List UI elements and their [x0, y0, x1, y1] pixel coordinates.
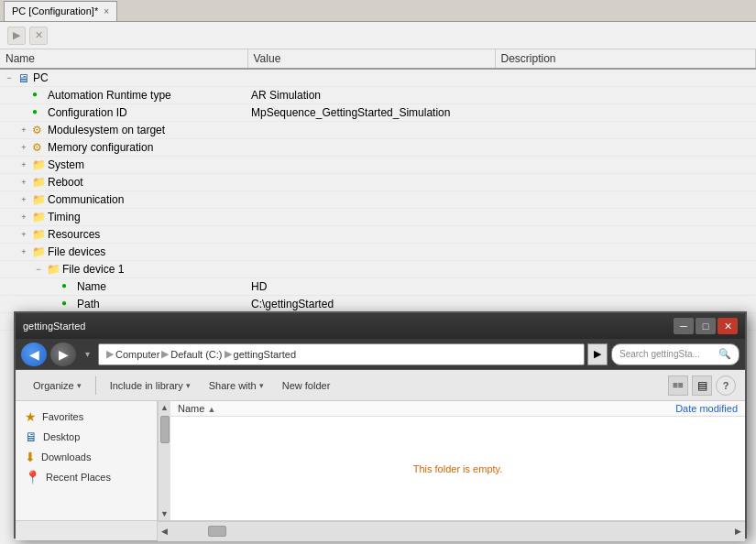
- star-icon: ★: [25, 409, 37, 424]
- row-name: File device 1: [62, 263, 124, 276]
- col-name[interactable]: Name ▲: [178, 403, 619, 414]
- delete-button[interactable]: ✕: [29, 27, 48, 45]
- scroll-down-arrow[interactable]: ▼: [159, 507, 170, 520]
- nav-dropdown-button[interactable]: ▾: [80, 343, 94, 366]
- back-button[interactable]: ◀: [21, 343, 47, 366]
- explorer-toolbar: Organize ▾ Include in library ▾ Share wi…: [16, 370, 745, 401]
- search-box[interactable]: Search gettingSta... 🔍: [611, 343, 740, 365]
- hscroll-right-arrow[interactable]: ▶: [731, 527, 745, 536]
- row-name: Resources: [48, 228, 100, 241]
- gear-icon: ⚙: [32, 124, 45, 136]
- minimize-button[interactable]: ─: [674, 318, 694, 334]
- hscroll-thumb[interactable]: [208, 526, 226, 537]
- explorer-statusbar: ◀ ▶: [16, 520, 745, 540]
- tab-label: PC [Configuration]*: [12, 5, 98, 16]
- share-label: Share with: [209, 380, 257, 391]
- maximize-button[interactable]: □: [696, 318, 716, 334]
- expand-icon[interactable]: +: [18, 246, 29, 257]
- expand-icon[interactable]: +: [18, 229, 29, 240]
- table-row[interactable]: + 📁 Reboot: [0, 174, 756, 191]
- include-library-button[interactable]: Include in library ▾: [102, 376, 199, 395]
- organize-button[interactable]: Organize ▾: [25, 376, 90, 395]
- gear-icon: ⚙: [32, 141, 45, 154]
- new-folder-button[interactable]: New folder: [274, 376, 339, 395]
- hscroll-left-arrow[interactable]: ◀: [158, 527, 171, 536]
- expand-icon[interactable]: +: [18, 212, 29, 223]
- folder-icon: 📁: [47, 263, 60, 276]
- share-with-button[interactable]: Share with ▾: [201, 376, 272, 395]
- hscroll-track[interactable]: [171, 522, 731, 541]
- add-button[interactable]: ▶: [7, 27, 26, 45]
- row-value: [247, 139, 495, 157]
- table-row[interactable]: ● Automation Runtime type AR Simulation: [0, 87, 756, 104]
- table-row[interactable]: − 📁 File device 1: [0, 261, 756, 278]
- row-desc: [495, 209, 756, 226]
- col-value-header[interactable]: Value: [247, 49, 495, 69]
- scroll-track[interactable]: [159, 414, 170, 507]
- folder-icon: 📁: [32, 158, 45, 171]
- col-name-header[interactable]: Name: [0, 49, 247, 69]
- desktop-icon: 🖥: [25, 430, 38, 444]
- expand-icon[interactable]: −: [33, 264, 44, 275]
- nav-item-desktop[interactable]: 🖥 Desktop: [16, 427, 157, 447]
- row-name: Name: [77, 280, 106, 293]
- expand-icon[interactable]: −: [4, 72, 15, 83]
- table-row[interactable]: ● Configuration ID MpSequence_GettingSta…: [0, 104, 756, 122]
- expand-icon[interactable]: +: [18, 159, 29, 170]
- table-row[interactable]: + 📁 Timing: [0, 209, 756, 226]
- address-bar: ◀ ▶ ▾ ▶ Computer ▶ Default (C:) ▶ gettin…: [16, 339, 745, 370]
- table-row[interactable]: − 🖥 PC: [0, 69, 756, 87]
- nav-scrollbar[interactable]: ▲ ▼: [158, 401, 170, 520]
- organize-dropdown-arrow: ▾: [77, 381, 82, 390]
- table-row[interactable]: ● Path C:\gettingStarted: [0, 296, 756, 313]
- row-desc: [495, 296, 756, 313]
- config-tab[interactable]: PC [Configuration]* ×: [4, 1, 117, 21]
- nav-item-recent-places[interactable]: 📍 Recent Places: [16, 467, 157, 487]
- horizontal-scrollbar[interactable]: ◀ ▶: [158, 521, 745, 541]
- expand-icon[interactable]: +: [18, 177, 29, 188]
- row-name: Configuration ID: [48, 106, 127, 119]
- toolbar-separator: [95, 376, 96, 395]
- view-details-button[interactable]: ≡≡: [668, 375, 688, 396]
- nav-item-downloads[interactable]: ⬇ Downloads: [16, 447, 157, 467]
- downloads-icon: ⬇: [25, 450, 36, 464]
- breadcrumb-folder: gettingStarted: [234, 349, 297, 360]
- table-row[interactable]: + 📁 Resources: [0, 226, 756, 244]
- forward-button[interactable]: ▶: [50, 343, 76, 366]
- table-row[interactable]: + 📁 System: [0, 157, 756, 174]
- search-icon: 🔍: [718, 348, 731, 360]
- expand-icon[interactable]: +: [18, 194, 29, 205]
- tab-close-button[interactable]: ×: [104, 6, 109, 16]
- dialog-title: gettingStarted: [23, 321, 86, 332]
- table-row[interactable]: ● Name HD: [0, 278, 756, 296]
- help-button[interactable]: ?: [716, 375, 736, 396]
- view-toggle-button[interactable]: ▤: [692, 375, 712, 396]
- expand-icon[interactable]: +: [18, 125, 29, 136]
- table-row[interactable]: + 📁 File devices: [0, 244, 756, 261]
- gear-icon: ●: [32, 106, 45, 119]
- table-row[interactable]: + 📁 Communication: [0, 191, 756, 209]
- nav-item-favorites[interactable]: ★ Favorites: [16, 407, 157, 427]
- row-name: Reboot: [48, 176, 83, 189]
- address-box[interactable]: ▶ Computer ▶ Default (C:) ▶ gettingStart…: [98, 343, 585, 365]
- sort-arrow: ▲: [207, 405, 215, 414]
- row-desc: [495, 122, 756, 139]
- table-row[interactable]: + ⚙ Memory configuration: [0, 139, 756, 157]
- row-desc: [495, 157, 756, 174]
- col-desc-header[interactable]: Description: [495, 49, 756, 69]
- row-value: [247, 209, 495, 226]
- scroll-up-arrow[interactable]: ▲: [159, 401, 170, 414]
- include-label: Include in library: [110, 380, 183, 391]
- close-button[interactable]: ✕: [718, 318, 738, 334]
- row-desc: [495, 174, 756, 191]
- expand-icon[interactable]: +: [18, 142, 29, 153]
- address-refresh-button[interactable]: ▶: [587, 343, 608, 365]
- scroll-thumb[interactable]: [160, 416, 170, 443]
- expand-icon: [18, 107, 29, 118]
- dot-icon: ●: [61, 298, 74, 310]
- breadcrumb-drive: Default (C:): [170, 349, 222, 360]
- col-date[interactable]: Date modified: [619, 403, 738, 414]
- table-row[interactable]: + ⚙ Modulesystem on target: [0, 122, 756, 139]
- row-value: [247, 191, 495, 209]
- tab-bar: PC [Configuration]* ×: [0, 0, 756, 22]
